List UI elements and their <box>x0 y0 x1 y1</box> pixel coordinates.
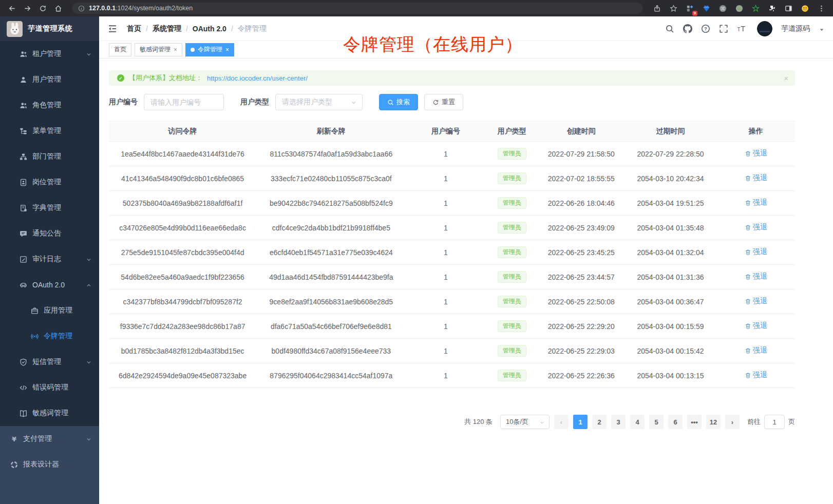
sidebar-bottom-menu: ¥支付管理报表设计器 <box>0 426 99 504</box>
help-icon[interactable]: ? <box>701 24 710 33</box>
search-button[interactable]: 搜索 <box>379 94 418 110</box>
prev-page-button[interactable]: ‹ <box>554 415 569 429</box>
page-button-3[interactable]: 3 <box>611 415 626 429</box>
force-logout-button[interactable]: 强退 <box>745 272 767 281</box>
sidebar-item-audit-log[interactable]: 审计日志 <box>0 246 99 272</box>
force-logout-button[interactable]: 强退 <box>745 223 767 232</box>
app-logo[interactable]: 芋道管理系统 <box>0 16 99 41</box>
create-time-cell: 2022-06-25 22:26:36 <box>538 363 624 388</box>
home-icon[interactable] <box>51 2 65 15</box>
refresh-token-cell: 811c530487574fa0af1a59d3abc1aa66 <box>256 142 406 166</box>
sidebar-item-dict-management[interactable]: 字典管理 <box>0 195 99 221</box>
user-id-input[interactable] <box>144 94 224 110</box>
sidebar-item-oauth2[interactable]: OAuth 2.0 <box>0 272 99 298</box>
fullscreen-icon[interactable] <box>719 24 728 33</box>
user-type-placeholder: 请选择用户类型 <box>282 98 332 107</box>
force-logout-button[interactable]: 强退 <box>745 297 767 306</box>
user-name[interactable]: 芋道源码 <box>781 24 810 33</box>
force-logout-button[interactable]: 强退 <box>745 371 767 380</box>
reset-button[interactable]: 重置 <box>424 94 463 110</box>
force-logout-button[interactable]: 强退 <box>745 149 767 158</box>
force-logout-button[interactable]: 强退 <box>745 198 767 207</box>
extensions-icon[interactable]: 9 <box>683 2 696 15</box>
tab-close-icon[interactable]: × <box>174 47 177 53</box>
success-check-icon: ✓ <box>117 74 124 82</box>
force-logout-button[interactable]: 强退 <box>745 247 767 257</box>
font-size-icon[interactable]: TT <box>737 24 746 33</box>
force-logout-button[interactable]: 强退 <box>745 346 767 355</box>
tab-敏感词管理[interactable]: 敏感词管理× <box>135 43 182 56</box>
trash-icon <box>745 200 751 206</box>
share-icon[interactable] <box>650 2 664 15</box>
sidebar-item-app-management[interactable]: 应用管理 <box>0 298 99 323</box>
breadcrumb-item[interactable]: 首页 <box>127 24 141 33</box>
user-id-cell: 1 <box>406 289 485 314</box>
force-logout-button[interactable]: 强退 <box>745 321 767 331</box>
reload-icon[interactable] <box>36 2 49 15</box>
tab-令牌管理[interactable]: 令牌管理× <box>185 43 234 56</box>
svg-text:¥: ¥ <box>12 435 16 443</box>
page-size-select[interactable]: 10条/页 <box>500 415 550 429</box>
table-row: 6d842e2924594de9a09e45e087323abe8796295f… <box>109 363 795 388</box>
sidebar-item-user-management[interactable]: 用户管理 <box>0 67 99 92</box>
gem-icon[interactable] <box>699 2 713 15</box>
record-icon[interactable] <box>732 2 746 15</box>
star-icon[interactable] <box>667 2 680 15</box>
tab-close-icon[interactable]: × <box>225 47 229 53</box>
access-token-cell: c347026e805e4d99b0d116eae66eda8c <box>109 216 256 240</box>
search-icon[interactable] <box>665 24 674 33</box>
avatar[interactable] <box>757 21 772 36</box>
green-star-icon[interactable] <box>749 2 762 15</box>
sidebar-item-token-management[interactable]: 令牌管理 <box>0 323 99 349</box>
page-button-1[interactable]: 1 <box>573 415 588 429</box>
page-more-button[interactable]: ••• <box>687 415 702 429</box>
sidebar-item-dept-management[interactable]: 部门管理 <box>0 144 99 169</box>
forward-icon[interactable] <box>21 2 34 15</box>
sidebar-item-payment-management[interactable]: ¥支付管理 <box>0 426 99 452</box>
sidebar-item-menu-management[interactable]: 菜单管理 <box>0 118 99 144</box>
side-panel-icon[interactable] <box>782 2 795 15</box>
user-id-cell: 1 <box>406 363 485 388</box>
back-icon[interactable] <box>5 2 18 15</box>
page-button-12[interactable]: 12 <box>706 415 721 429</box>
command-icon[interactable]: ⌘ <box>716 2 729 15</box>
tab-首页[interactable]: 首页 <box>109 43 131 56</box>
next-page-button[interactable]: › <box>725 415 740 429</box>
breadcrumb-item[interactable]: OAuth 2.0 <box>193 25 226 33</box>
github-icon[interactable] <box>683 24 692 33</box>
sidebar-item-tenant-management[interactable]: 租户管理 <box>0 41 99 67</box>
page-button-5[interactable]: 5 <box>649 415 664 429</box>
sidebar-item-role-management[interactable]: 角色管理 <box>0 92 99 118</box>
tab-label: 令牌管理 <box>198 45 222 54</box>
create-time-cell: 2022-06-25 22:50:08 <box>538 289 624 314</box>
sidebar-item-sensitive-word-management[interactable]: 敏感词管理 <box>0 400 99 426</box>
refresh-token-cell: 9ce8ef2aa9f14056b831ae9b608e28d5 <box>256 289 406 314</box>
chevron-up-icon <box>86 282 92 288</box>
sidebar-item-post-management[interactable]: 岗位管理 <box>0 169 99 195</box>
action-cell: 强退 <box>717 240 795 265</box>
sidebar-item-sms-management[interactable]: 短信管理 <box>0 349 99 375</box>
page-button-4[interactable]: 4 <box>630 415 645 429</box>
sidebar-fold-icon[interactable] <box>107 24 118 34</box>
expire-time-cell: 2054-03-10 20:42:34 <box>624 166 716 191</box>
alert-close-icon[interactable]: × <box>784 74 788 83</box>
expire-time-cell: 2054-03-04 00:36:47 <box>624 289 716 314</box>
breadcrumb-item[interactable]: 系统管理 <box>153 24 181 33</box>
info-icon[interactable] <box>78 5 85 12</box>
sidebar-item-notice-announcement[interactable]: 通知公告 <box>0 221 99 246</box>
user-type-select[interactable]: 请选择用户类型 <box>275 94 363 110</box>
page-button-6[interactable]: 6 <box>668 415 683 429</box>
svg-text:T: T <box>737 26 741 32</box>
force-logout-button[interactable]: 强退 <box>745 173 767 183</box>
caret-down-icon[interactable] <box>819 26 825 32</box>
sidebar-item-error-code-management[interactable]: 错误码管理 <box>0 375 99 400</box>
emoji-icon[interactable] <box>798 2 811 15</box>
address-bar[interactable]: 127.0.0.1:1024/system/oauth2/token <box>72 3 643 14</box>
doc-link[interactable]: https://doc.iocoder.cn/user-center/ <box>207 74 308 82</box>
overflow-menu-icon[interactable] <box>815 2 828 15</box>
goto-page-input[interactable] <box>764 415 785 429</box>
page-button-2[interactable]: 2 <box>592 415 607 429</box>
table-row: f9336e7c7dd242a283ee98dc86b17a87dfa6c71a… <box>109 314 795 339</box>
sidebar-item-report-designer[interactable]: 报表设计器 <box>0 452 99 477</box>
puzzle-icon[interactable] <box>765 2 779 15</box>
